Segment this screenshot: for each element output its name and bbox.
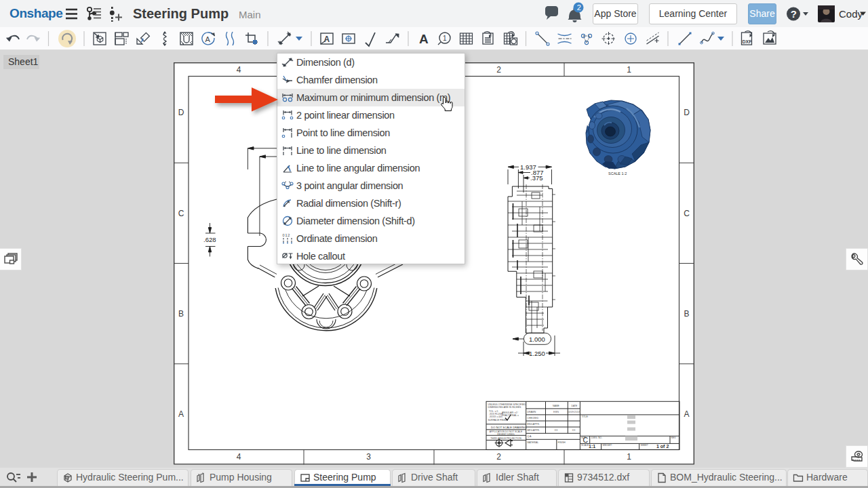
svg-text:.XXXX ±.005: .XXXX ±.005	[489, 415, 502, 418]
svg-text:1.250: 1.250	[529, 350, 545, 357]
svg-text:1 of 2: 1 of 2	[656, 444, 669, 449]
svg-text:A: A	[205, 35, 211, 43]
svg-text:1:1: 1:1	[589, 444, 595, 449]
svg-text:1: 1	[627, 452, 631, 462]
svg-text:3: 3	[366, 452, 371, 462]
svg-text:XX: XX	[572, 429, 576, 432]
svg-text:D: D	[178, 108, 184, 117]
svg-text:A: A	[324, 35, 330, 44]
svg-text:DRAWN: DRAWN	[528, 411, 536, 413]
svg-text:DIMENSIONS ARE IN INCHES: DIMENSIONS ARE IN INCHES	[488, 406, 521, 409]
svg-text:NAME: NAME	[553, 405, 560, 407]
svg-text:2: 2	[496, 65, 501, 75]
svg-text:DWG. NO.: DWG. NO.	[591, 436, 602, 439]
svg-text:CHECKED: CHECKED	[528, 417, 539, 420]
svg-text:REV: REV	[671, 436, 677, 439]
svg-text:2: 2	[496, 452, 501, 462]
svg-text:.375: .375	[530, 174, 543, 182]
svg-text:C: C	[178, 209, 184, 218]
svg-text:A: A	[684, 409, 689, 419]
svg-text:1: 1	[627, 65, 631, 75]
svg-text:TITLE:: TITLE:	[582, 415, 589, 418]
svg-text:?: ?	[791, 8, 797, 20]
svg-text:SCALE 1:2: SCALE 1:2	[608, 171, 627, 176]
svg-text:4: 4	[237, 452, 241, 462]
svg-text:SHEET: SHEET	[641, 444, 648, 447]
svg-text:EBN: EBN	[553, 411, 559, 413]
svg-text:MATERIAL: MATERIAL	[528, 441, 539, 444]
svg-text:04/09/2018: 04/09/2018	[567, 411, 580, 413]
svg-text:WEIGHT:: WEIGHT:	[603, 444, 612, 447]
svg-text:SURFACE FINISH: SURFACE FINISH	[488, 419, 508, 422]
svg-text:DXF: DXF	[743, 39, 753, 44]
svg-text:XX: XX	[554, 429, 558, 432]
svg-text:2: 2	[577, 3, 581, 12]
svg-text:A: A	[419, 32, 429, 46]
svg-text:REVENT DRWG: REVENT DRWG	[497, 433, 515, 436]
svg-text:DATE: DATE	[572, 405, 578, 407]
svg-text:Q.A.: Q.A.	[528, 435, 532, 438]
svg-text:D: D	[684, 108, 690, 117]
svg-text:DO NOT SCALE DRAWING: DO NOT SCALE DRAWING	[491, 426, 526, 429]
svg-text:FINISH: FINISH	[558, 441, 566, 444]
svg-text:B: B	[684, 309, 689, 319]
svg-text:THIRD ANGLE PROJECTION: THIRD ANGLE PROJECTION	[490, 437, 521, 440]
svg-text:C: C	[583, 436, 589, 444]
svg-text:.628: .628	[203, 236, 216, 243]
svg-text:1: 1	[443, 35, 447, 42]
svg-text:Cody: Cody	[839, 8, 863, 20]
svg-text:4: 4	[237, 65, 241, 75]
svg-text:C: C	[684, 209, 690, 218]
svg-text:0 1 2: 0 1 2	[283, 233, 290, 237]
svg-text:A: A	[178, 409, 184, 419]
svg-text:ENG APPR.: ENG APPR.	[528, 423, 540, 426]
svg-text:MFG APPR.: MFG APPR.	[528, 429, 540, 432]
svg-text:1.000: 1.000	[529, 336, 545, 343]
svg-text:B: B	[178, 309, 184, 319]
